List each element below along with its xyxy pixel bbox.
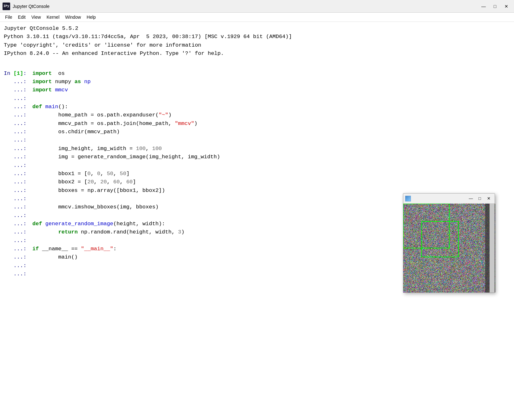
float-minimize-button[interactable]: — [467, 195, 475, 202]
code-content-5: def main(): [32, 103, 68, 111]
float-controls: — □ ✕ [467, 195, 493, 202]
prompt-cont-20: ...: [4, 228, 32, 236]
prompt-cont-15: ...: [4, 187, 32, 195]
prompt-cont-10: ...: [4, 145, 32, 153]
code-line-4: ...: [4, 95, 510, 103]
prompt-cont-16: ...: [4, 195, 32, 203]
float-title-left [405, 196, 411, 201]
prompt-cont-21: ...: [4, 237, 32, 245]
menu-window[interactable]: Window [63, 14, 83, 20]
prompt-cont-4: ...: [4, 95, 32, 103]
title-bar: IPy Jupyter QtConsole — □ ✕ [0, 0, 514, 13]
code-line-3: ...: import mmcv [4, 86, 510, 94]
code-line-12: ...: [4, 161, 510, 170]
code-content-20: return np.random.rand(height, width, 3) [32, 228, 185, 236]
prompt-cont-6: ...: [4, 111, 32, 119]
code-content-23: main() [32, 253, 78, 261]
code-line-2: ...: import numpy as np [4, 78, 510, 86]
bbox-overlay [403, 204, 495, 292]
prompt-cont-17: ...: [4, 203, 32, 211]
float-app-icon [405, 196, 411, 201]
code-line-7: ...: mmcv_path = os.path.join(home_path,… [4, 120, 510, 128]
code-content-8: os.chdir(mmcv_path) [32, 128, 120, 136]
code-content-13: bbox1 = [0, 0, 50, 50] [32, 170, 129, 178]
prompt-cont-25: ...: [4, 270, 32, 278]
close-button[interactable]: ✕ [501, 2, 511, 11]
prompt-cont-13: ...: [4, 170, 32, 178]
float-close-button[interactable]: ✕ [484, 195, 493, 202]
menu-edit[interactable]: Edit [16, 14, 28, 20]
info-line-1: Jupyter QtConsole 5.5.2 [4, 24, 510, 33]
window-title: Jupyter QtConsole [13, 4, 49, 9]
menu-help[interactable]: Help [84, 14, 98, 20]
code-line-1: In [1]: import os [4, 69, 510, 78]
code-content-1: import os [32, 69, 65, 78]
code-line-14: ...: bbox2 = [20, 20, 60, 60] [4, 178, 510, 186]
title-bar-controls: — □ ✕ [478, 2, 511, 11]
code-line-6: ...: home_path = os.path.expanduser("~") [4, 111, 510, 119]
app-icon: IPy [3, 3, 10, 10]
prompt-cont-7: ...: [4, 120, 32, 128]
prompt-cont-8: ...: [4, 128, 32, 136]
code-line-9: ...: [4, 136, 510, 144]
menu-file[interactable]: File [3, 14, 15, 20]
minimize-button[interactable]: — [478, 2, 489, 11]
float-window: — □ ✕ [403, 193, 495, 293]
code-content-10: img_height, img_width = 100, 100 [32, 145, 162, 153]
prompt-cont-12: ...: [4, 161, 32, 170]
float-scrollbar[interactable] [490, 204, 495, 292]
menu-kernel[interactable]: Kernel [44, 14, 62, 20]
prompt-cont-23: ...: [4, 253, 32, 261]
code-content-17: mmcv.imshow_bboxes(img, bboxes) [32, 203, 159, 211]
prompt-cont-5: ...: [4, 103, 32, 111]
prompt-in: In [1]: [4, 69, 32, 78]
code-content-3: import mmcv [32, 86, 68, 94]
maximize-button[interactable]: □ [490, 2, 500, 11]
svg-rect-0 [403, 204, 449, 248]
code-content-15: bboxes = np.array([bbox1, bbox2]) [32, 187, 165, 195]
code-line-10: ...: img_height, img_width = 100, 100 [4, 145, 510, 153]
menu-view[interactable]: View [29, 14, 43, 20]
prompt-cont-19: ...: [4, 220, 32, 228]
code-content-11: img = generate_random_image(img_height, … [32, 153, 220, 161]
prompt-cont-24: ...: [4, 262, 32, 270]
info-line-4: IPython 8.24.0 -- An enhanced Interactiv… [4, 49, 510, 58]
code-line-13: ...: bbox1 = [0, 0, 50, 50] [4, 170, 510, 178]
float-maximize-button[interactable]: □ [476, 195, 484, 202]
menu-bar: File Edit View Kernel Window Help [0, 13, 514, 22]
float-titlebar: — □ ✕ [403, 194, 495, 204]
prompt-cont-2: ...: [4, 78, 32, 86]
code-content-22: if __name__ == "__main__": [32, 245, 116, 253]
title-bar-left: IPy Jupyter QtConsole [3, 3, 49, 10]
prompt-cont-22: ...: [4, 245, 32, 253]
code-content-2: import numpy as np [32, 78, 91, 86]
info-line-2: Python 3.10.11 (tags/v3.10.11:7d4cc5a, A… [4, 33, 510, 41]
prompt-cont-3: ...: [4, 86, 32, 94]
float-image-content [403, 204, 495, 292]
code-line-8: ...: os.chdir(mmcv_path) [4, 128, 510, 136]
code-line-11: ...: img = generate_random_image(img_hei… [4, 153, 510, 161]
svg-rect-1 [422, 221, 458, 257]
prompt-cont-9: ...: [4, 136, 32, 144]
code-content-6: home_path = os.path.expanduser("~") [32, 111, 172, 119]
prompt-cont-18: ...: [4, 212, 32, 220]
console-area: Jupyter QtConsole 5.5.2 Python 3.10.11 (… [0, 22, 514, 281]
code-content-14: bbox2 = [20, 20, 60, 60] [32, 178, 136, 186]
code-content-19: def generate_random_image(height, width)… [32, 220, 165, 228]
prompt-cont-11: ...: [4, 153, 32, 161]
code-content-7: mmcv_path = os.path.join(home_path, "mmc… [32, 120, 197, 128]
prompt-cont-14: ...: [4, 178, 32, 186]
code-line-5: ...: def main(): [4, 103, 510, 111]
info-line-3: Type 'copyright', 'credits' or 'license'… [4, 41, 510, 49]
